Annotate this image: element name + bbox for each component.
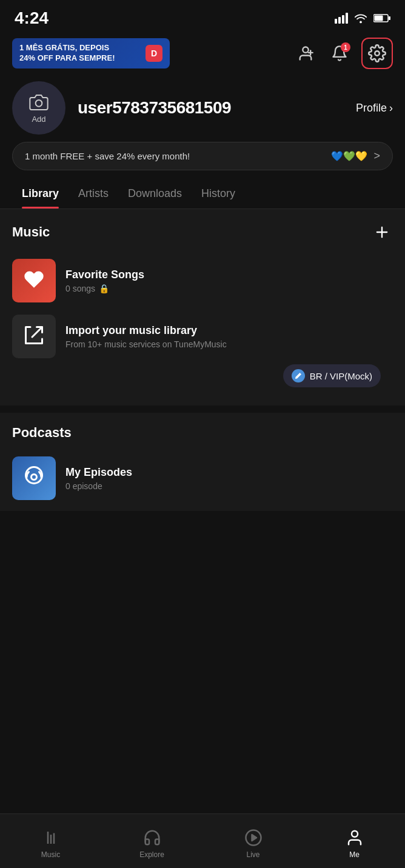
profile-link-text: Profile (356, 102, 387, 115)
add-friend-icon (297, 45, 314, 62)
ad-line2: 24% OFF PARA SEMPRE! (19, 53, 142, 64)
favorite-songs-title: Favorite Songs (65, 269, 393, 281)
podcasts-section: Podcasts My Episodes 0 episode (0, 413, 405, 511)
battery-icon (373, 13, 390, 23)
nav-item-me[interactable]: Me (304, 824, 405, 859)
settings-icon (368, 44, 386, 62)
svg-point-10 (375, 51, 380, 56)
promo-banner[interactable]: 1 month FREE + save 24% every month! 💙💚💛… (12, 142, 393, 170)
username-row: user5783735681509 Profile › (78, 98, 393, 118)
episodes-title: My Episodes (65, 466, 393, 479)
settings-btn-wrapper (361, 38, 393, 69)
username: user5783735681509 (78, 98, 231, 118)
import-icon (23, 324, 45, 346)
bottom-nav: Music Explore Live Me (0, 813, 405, 868)
svg-rect-5 (375, 16, 383, 21)
ad-line1: 1 MÊS GRÁTIS, DEPOIS (19, 43, 142, 53)
svg-rect-2 (342, 15, 344, 24)
music-section: Music Favorite Songs 0 songs (0, 209, 405, 406)
svg-marker-19 (252, 835, 256, 841)
tab-artists[interactable]: Artists (69, 180, 118, 209)
profile-row: Add user5783735681509 Profile › (12, 81, 393, 135)
avatar-add-label: Add (32, 115, 45, 124)
nav-label-me: Me (349, 850, 360, 859)
header: 1 MÊS GRÁTIS, DEPOIS 24% OFF PARA SEMPRE… (0, 33, 405, 76)
svg-rect-6 (389, 16, 390, 20)
list-item[interactable]: My Episodes 0 episode (12, 450, 393, 506)
podcast-icon (23, 466, 45, 488)
explore-nav-icon (143, 829, 161, 847)
favorite-songs-thumb (12, 259, 56, 302)
lock-icon: 🔒 (99, 284, 109, 293)
signal-icon (335, 13, 348, 24)
status-icons (335, 13, 390, 24)
podcasts-section-header: Podcasts (12, 425, 393, 441)
favorite-songs-info: Favorite Songs 0 songs 🔒 (65, 269, 393, 293)
tab-library[interactable]: Library (12, 180, 69, 209)
header-action-icons: 1 (293, 38, 393, 69)
profile-chevron-icon: › (389, 102, 393, 115)
promo-emojis: 💙💚💛 (331, 150, 367, 162)
promo-text: 1 month FREE + save 24% every month! (25, 151, 325, 161)
import-title: Import your music library (65, 324, 393, 337)
tabs: Library Artists Downloads History (0, 180, 405, 209)
svg-rect-1 (338, 17, 341, 24)
favorite-songs-subtitle: 0 songs 🔒 (65, 284, 393, 293)
add-playlist-button[interactable] (371, 221, 393, 243)
notifications-button[interactable]: 1 (327, 41, 352, 65)
camera-icon (29, 93, 49, 112)
profile-section: Add user5783735681509 Profile › 1 month … (0, 76, 405, 180)
heart-icon (23, 269, 45, 290)
tab-history[interactable]: History (192, 180, 245, 209)
plus-icon (373, 224, 390, 241)
content: Music Favorite Songs 0 songs (0, 209, 405, 518)
import-subtitle: From 10+ music services on TuneMyMusic (65, 339, 393, 349)
nav-item-music[interactable]: Music (0, 824, 101, 859)
notification-badge: 1 (341, 42, 350, 52)
tab-downloads[interactable]: Downloads (118, 180, 192, 209)
list-item[interactable]: Favorite Songs 0 songs 🔒 (12, 253, 393, 309)
live-nav-icon (244, 829, 263, 847)
svg-point-11 (36, 100, 42, 107)
music-section-title: Music (12, 224, 50, 240)
status-bar: 4:24 (0, 0, 405, 33)
svg-point-20 (352, 830, 358, 836)
episodes-subtitle: 0 episode (65, 481, 393, 491)
vip-badge-icon (292, 369, 305, 382)
edit-icon (294, 372, 303, 380)
music-nav-icon (42, 829, 60, 847)
vip-badge[interactable]: BR / VIP(Mock) (283, 364, 381, 387)
avatar[interactable]: Add (12, 81, 65, 135)
list-item[interactable]: Import your music library From 10+ music… (12, 309, 393, 364)
add-friend-button[interactable] (293, 41, 318, 65)
nav-label-music: Music (41, 850, 60, 859)
svg-rect-0 (335, 19, 337, 24)
svg-point-7 (303, 47, 308, 53)
svg-point-14 (32, 475, 37, 480)
svg-rect-3 (346, 13, 348, 24)
episodes-info: My Episodes 0 episode (65, 466, 393, 491)
status-time: 4:24 (15, 8, 49, 28)
me-nav-icon (346, 829, 364, 847)
podcasts-section-title: Podcasts (12, 425, 72, 441)
import-info: Import your music library From 10+ music… (65, 324, 393, 349)
wifi-icon (354, 13, 367, 24)
import-section-wrap: Import your music library From 10+ music… (12, 309, 393, 401)
nav-item-live[interactable]: Live (202, 824, 304, 859)
episodes-thumb (12, 456, 56, 500)
nav-item-explore[interactable]: Explore (101, 824, 202, 859)
vip-badge-label: BR / VIP(Mock) (310, 371, 372, 381)
nav-label-live: Live (246, 850, 259, 859)
settings-button[interactable] (364, 40, 390, 67)
profile-link[interactable]: Profile › (356, 102, 393, 115)
ad-banner[interactable]: 1 MÊS GRÁTIS, DEPOIS 24% OFF PARA SEMPRE… (12, 38, 170, 68)
promo-chevron-icon: > (373, 150, 380, 162)
music-section-header: Music (12, 221, 393, 243)
nav-label-explore: Explore (139, 850, 164, 859)
ad-logo: D (146, 45, 162, 62)
import-thumb (12, 315, 56, 358)
